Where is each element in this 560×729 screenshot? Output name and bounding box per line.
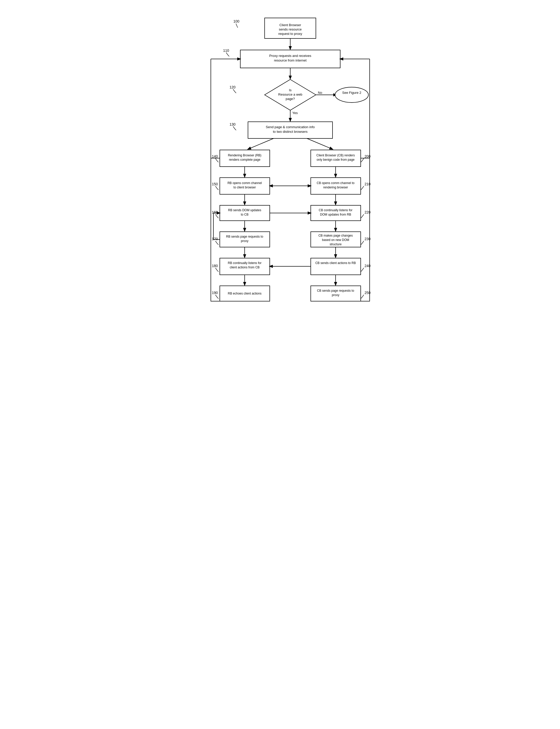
diamond-line2: Resource a web [278,92,302,96]
send-page-line2: to two distinct browsers [273,130,308,133]
cb-changes-line1: CB makes page changes [318,234,353,237]
rb-comm-line2: to client browser [233,185,256,189]
label-120: 120 [230,85,236,89]
proxy-line1: Proxy requests and receives [269,54,312,58]
cb-changes-line2: based on new DOM [322,238,349,242]
cb-page-req-line2: proxy [332,293,339,297]
label-180: 180 [212,264,218,268]
diamond-line3: page? [286,97,295,101]
label-140: 140 [212,154,218,158]
ellipse-line1: See Figure 2 [342,91,361,95]
arrow-send-to-cb [307,138,333,149]
proxy-line2: resource from internet [274,58,307,62]
label-no: No [318,91,322,95]
rb-echo-line1: RB echoes client actions [228,292,261,295]
diamond-line1: Is [289,88,292,92]
rb-dom-line2: to CB [241,213,248,216]
rb-listen-line2: client actions from CB [230,265,260,269]
label-130: 130 [230,122,236,126]
rb-comm-line1: RB opens comm channel [227,181,262,185]
cb-comm-line1: CB opens comm channel to [317,181,355,185]
ellipse-figure2 [335,87,368,102]
label-190: 190 [212,291,218,295]
cb-changes-line3: structure [330,242,342,246]
arrow-send-to-rb [248,138,274,149]
cb-comm-line2: rendering browser [323,185,348,189]
box-top-line2: sends resource [279,27,302,31]
label-160: 160 [212,210,218,214]
rb-render-line2: renders complete page [229,158,261,161]
rb-page-req-line1: RB sends page requests to [226,235,263,238]
cb-render-line1: Client Browser (CB) renders [316,153,355,157]
cb-render-line2: only benign code from page [317,158,355,161]
label-170: 170 [212,237,218,241]
rb-render-line1: Rendering Browser (RB) [228,153,262,157]
diagram-container: 100 Client Browser sends resource reques… [180,5,380,375]
cb-dom-line1: CB continually listens for [319,208,352,212]
right-border-line [361,158,370,301]
box-cb-send [311,258,361,275]
box-top-line3: request to proxy [278,32,302,36]
rb-loop-arrow [213,213,220,239]
label-150: 150 [212,182,218,186]
rb-dom-line1: RB sends DOM updates [228,208,261,212]
flowchart-svg: 100 Client Browser sends resource reques… [201,10,380,364]
cb-page-req-line1: CB sends page requests to [317,289,354,292]
box-top-line1: Client Browser [279,23,301,27]
send-page-line1: Send page & communication info [266,125,315,129]
label-100: 100 [233,19,240,23]
label-yes: Yes [292,111,298,115]
label-110: 110 [223,48,229,53]
rb-listen-line1: RB continually listens for [228,261,261,265]
rb-page-req-line2: proxy [241,239,248,243]
left-border-line [211,158,220,301]
cb-send-line1: CB sends client actions to RB [315,261,356,265]
cb-dom-line2: DOM updates from RB [320,213,351,216]
